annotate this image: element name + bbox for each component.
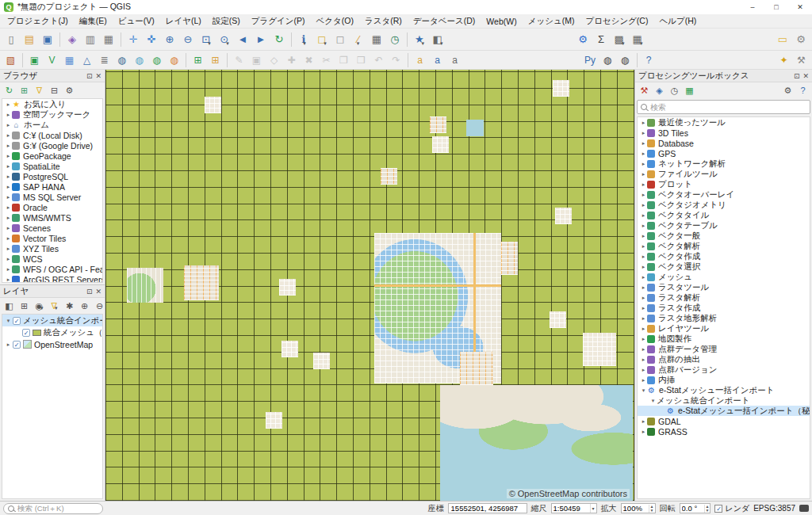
menu-view[interactable]: ビュー(V) xyxy=(113,14,160,29)
panel-close-icon[interactable]: ✕ xyxy=(95,72,102,80)
browser-item-sap-hana[interactable]: ▸SAP HANA xyxy=(2,181,102,192)
expand-arrow-icon[interactable]: ▸ xyxy=(5,153,12,159)
messages-icon[interactable] xyxy=(799,505,809,512)
deselect-features-button[interactable]: ◻ xyxy=(331,31,349,48)
processing-item-cartography[interactable]: ▸地図製作 xyxy=(638,334,810,344)
statistics-panel-button[interactable]: Σ xyxy=(592,31,610,48)
add-postgis-layer-button[interactable]: ◍ xyxy=(113,52,130,68)
add-mesh-layer-button[interactable]: △ xyxy=(79,52,95,68)
processing-item-vector-geometry[interactable]: ▸ベクタジオメトリ xyxy=(638,200,810,210)
new-shapefile-button[interactable]: ⊞ xyxy=(207,52,224,68)
identify-features-button[interactable]: ℹ▾ xyxy=(295,31,312,48)
processing-item-layer-tools[interactable]: ▸レイヤツール xyxy=(638,323,810,334)
expand-arrow-icon[interactable]: ▾ xyxy=(649,398,657,404)
map-canvas[interactable]: © OpenStreetMap contributors xyxy=(105,70,634,501)
expand-arrow-icon[interactable]: ▸ xyxy=(5,266,12,273)
new-geopackage-button[interactable]: ⊞ xyxy=(190,52,206,68)
expand-arrow-icon[interactable]: ▸ xyxy=(640,418,647,425)
processing-item-interpolation[interactable]: ▸内挿 xyxy=(638,375,810,385)
processing-item-gps[interactable]: ▸GPS xyxy=(638,148,810,158)
processing-toolbox-toggle-button[interactable]: ⚙ xyxy=(574,31,592,48)
expand-arrow-icon[interactable]: ▸ xyxy=(640,274,647,280)
select-features-button[interactable]: ◻▾ xyxy=(313,31,331,48)
browser-item-scenes[interactable]: ▸Scenes xyxy=(2,223,102,233)
browser-item-xyz-tiles[interactable]: ▸XYZ Tiles xyxy=(2,243,102,254)
new-project-button[interactable]: ▯ xyxy=(2,31,20,48)
expand-arrow-icon[interactable]: ▸ xyxy=(640,295,647,301)
expand-all-button[interactable]: ⊕ xyxy=(78,299,91,313)
processing-item-pointcloud-extraction[interactable]: ▸点群の抽出 xyxy=(638,354,810,364)
expand-arrow-icon[interactable]: ▸ xyxy=(640,336,647,342)
menu-vector[interactable]: ベクタ(O) xyxy=(311,14,359,29)
measure-button[interactable]: ∕▾ xyxy=(350,31,367,48)
raster-calculator-button[interactable]: ▦▾ xyxy=(629,31,646,48)
browser-item-g-drive[interactable]: ▸G:¥ (Google Drive) xyxy=(2,140,102,151)
expand-arrow-icon[interactable]: ▸ xyxy=(640,192,647,198)
layer-item-merged-mesh-layer[interactable]: 統合メッシュ（秘匿合算＋... xyxy=(2,326,102,338)
menu-database[interactable]: データベース(D) xyxy=(408,14,481,29)
browser-item-c-drive[interactable]: ▸C:¥ (Local Disk) xyxy=(2,130,102,140)
expand-arrow-icon[interactable]: ▸ xyxy=(640,212,647,219)
expand-arrow-icon[interactable]: ▸ xyxy=(640,315,647,322)
pan-map-button[interactable]: ✛ xyxy=(124,31,142,48)
pan-to-selection-button[interactable]: ✜ xyxy=(143,31,160,48)
expand-arrow-icon[interactable]: ▸ xyxy=(5,174,12,180)
expand-arrow-icon[interactable]: ▸ xyxy=(5,204,12,211)
checkbox-checked-icon[interactable] xyxy=(714,505,722,513)
browser-item-wms-wmts[interactable]: ▸WMS/WMTS xyxy=(2,212,102,223)
layer-checkbox[interactable] xyxy=(22,329,30,337)
expand-arrow-icon[interactable]: ▸ xyxy=(640,377,647,383)
zoom-next-button[interactable]: ► xyxy=(252,31,270,48)
open-project-button[interactable]: ▤ xyxy=(21,31,38,48)
layer-checkbox[interactable] xyxy=(13,341,21,349)
geoprocessing-menu-button[interactable]: ▩▾ xyxy=(611,31,628,48)
render-checkbox[interactable]: レンダ xyxy=(714,503,749,514)
rotation-spinbox[interactable]: ▲▼ xyxy=(680,503,711,513)
layout-manager-button[interactable]: ▦ xyxy=(100,31,117,48)
expand-arrow-icon[interactable]: ▸ xyxy=(5,163,12,170)
expand-arrow-icon[interactable]: ▸ xyxy=(5,246,12,252)
maximize-button[interactable]: □ xyxy=(764,0,788,14)
expand-arrow-icon[interactable]: ▸ xyxy=(5,194,12,200)
magnifier-input[interactable] xyxy=(622,504,649,513)
add-xyz-layer-button[interactable]: ◍ xyxy=(166,52,182,68)
processing-item-estat-provider[interactable]: ▾⚙e-Statメッシュ一括インポート xyxy=(638,385,810,395)
browser-item-spatialite[interactable]: ▸SpatiaLite xyxy=(2,161,102,171)
pin-labels-button[interactable]: a xyxy=(446,52,463,68)
attribute-table-button[interactable]: ▦ xyxy=(368,31,385,48)
panel-float-icon[interactable]: ⊡ xyxy=(794,72,800,80)
browser-item-wfs-ogc[interactable]: ▸WFS / OGC API - Features xyxy=(2,264,102,274)
model-designer-button[interactable]: ◈ xyxy=(653,84,666,97)
browser-filter-button[interactable]: ∇ xyxy=(33,84,46,97)
chevron-down-icon[interactable]: ▾ xyxy=(590,504,596,513)
processing-item-vector-tiles-cat[interactable]: ▸ベクタタイル xyxy=(638,210,810,220)
minimize-button[interactable]: – xyxy=(741,0,764,14)
zoom-to-selection-button[interactable]: ⊙▾ xyxy=(216,31,233,48)
expand-arrow-icon[interactable]: ▸ xyxy=(640,254,647,260)
expand-arrow-icon[interactable]: ▸ xyxy=(640,223,647,229)
expand-arrow-icon[interactable]: ▸ xyxy=(5,277,12,283)
new-print-layout-button[interactable]: ▥ xyxy=(82,31,99,48)
browser-item-geopackage[interactable]: ▸GeoPackage xyxy=(2,151,102,161)
close-button[interactable]: ✕ xyxy=(788,0,812,14)
filter-legend-button[interactable]: ∇▾ xyxy=(48,299,61,313)
add-group-button[interactable]: ⊞ xyxy=(17,299,31,313)
processing-help-button[interactable]: ? xyxy=(796,84,810,97)
browser-item-home[interactable]: ▸⌂ホーム xyxy=(2,120,102,130)
style-manager-button[interactable]: ◈ xyxy=(63,31,81,48)
panel-float-icon[interactable]: ⊡ xyxy=(86,72,93,80)
processing-item-raster-terrain[interactable]: ▸ラスタ地形解析 xyxy=(638,313,810,323)
processing-item-vector-creation[interactable]: ▸ベクタ作成 xyxy=(638,251,810,261)
expand-arrow-icon[interactable]: ▸ xyxy=(5,235,12,242)
spin-arrows-icon[interactable]: ▲▼ xyxy=(649,505,655,513)
expand-arrow-icon[interactable]: ▸ xyxy=(5,184,12,190)
processing-item-file-tools[interactable]: ▸ファイルツール xyxy=(638,169,810,179)
expand-arrow-icon[interactable]: ▸ xyxy=(640,243,647,250)
new-bookmark-button[interactable]: ★▾ xyxy=(411,31,428,48)
browser-item-arcgis-rest[interactable]: ▸ArcGIS REST Servers xyxy=(2,274,102,283)
expand-arrow-icon[interactable]: ▸ xyxy=(5,225,12,231)
expand-arrow-icon[interactable]: ▸ xyxy=(5,122,12,128)
menu-mesh[interactable]: メッシュ(M) xyxy=(523,14,580,29)
menu-processing[interactable]: プロセシング(C) xyxy=(580,14,653,29)
layer-item-mesh-import-group[interactable]: ▾メッシュ統合インポート xyxy=(2,315,102,326)
